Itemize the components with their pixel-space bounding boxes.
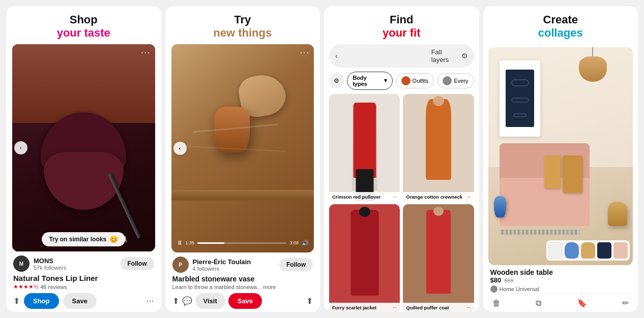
shop-button[interactable]: Shop [24, 293, 59, 309]
main-container: Shop your taste ‹ ··· Try on similar loo… [0, 0, 644, 318]
try-share-icon[interactable]: ⬆ [172, 296, 179, 306]
pin-1-dots[interactable]: ··· [393, 194, 397, 200]
shop-more-button[interactable]: ··· [146, 296, 154, 306]
try-main-image: ‹ ··· ⏸ 1:35 3:08 🔊 [171, 44, 314, 252]
price-current: $80 [490, 276, 502, 284]
delete-icon[interactable]: 🗑 [490, 297, 503, 310]
try-title-black: Try [171, 13, 314, 26]
current-time: 1:35 [186, 240, 195, 245]
visit-button[interactable]: Visit [195, 293, 225, 309]
pin-3-dots[interactable]: ··· [393, 305, 397, 310]
shop-pin-title: Natural Tones Lip Liner [13, 274, 154, 282]
pin-2-dots[interactable]: ··· [466, 194, 471, 200]
try-title-color: new things [171, 26, 314, 40]
play-controls-row: ⏸ 1:35 3:08 🔊 [177, 239, 309, 246]
find-search-bar[interactable]: ‹ Fall layers ⚙ [329, 44, 474, 68]
try-user-info: P Pierre-Éric Toulain 4 followers [172, 257, 251, 273]
try-user-name: Pierre-Éric Toulain [193, 258, 251, 266]
product-title: Wooden side table [490, 268, 631, 276]
try-on-label: Try on similar looks [49, 236, 106, 243]
side-table [608, 202, 627, 226]
create-title-black: Create [489, 13, 632, 26]
volume-icon[interactable]: 🔊 [302, 240, 309, 246]
search-fall-layers: Fall layers [431, 48, 457, 63]
shop-action-row: ⬆ Shop Save ··· [13, 293, 154, 309]
shop-user-followers: 57k followers [34, 265, 66, 271]
bookmark-icon[interactable]: 🔖 [575, 296, 589, 310]
filter-sliders-icon[interactable]: ⚙ [329, 73, 344, 88]
panel-find-header: Find your fit [324, 6, 479, 44]
pin-card-1: Crimson red pullover ··· [329, 94, 400, 202]
lip-photo [12, 44, 155, 251]
try-card-bottom: P Pierre-Éric Toulain 4 followers Follow… [165, 252, 320, 312]
shop-stars: ★★★★½ [13, 283, 38, 290]
video-controls: ⏸ 1:35 3:08 🔊 [171, 239, 314, 248]
body-types-chip[interactable]: Body types ▾ [347, 72, 392, 90]
progress-bar[interactable] [197, 242, 286, 244]
find-title-color: your fit [330, 26, 473, 40]
create-action-row: 🗑 ⧉ 🔖 ✏ [488, 294, 633, 310]
outfits-label: Outfits [413, 78, 429, 84]
try-on-icon: 😊 [109, 235, 118, 243]
pin-card-4: Quilted puffer coat ··· [403, 204, 474, 312]
every-chip[interactable]: Every [437, 73, 474, 88]
blue-vase [494, 196, 506, 217]
panel-shop: Shop your taste ‹ ··· Try on similar loo… [6, 6, 161, 312]
pin-4-label: Quilted puffer coat [406, 305, 449, 310]
search-back-icon[interactable]: ‹ [335, 52, 338, 60]
every-label: Every [454, 78, 468, 84]
shop-avatar: M [13, 256, 30, 272]
try-prev-arrow[interactable]: ‹ [173, 142, 187, 155]
shop-main-image: ‹ ··· Try on similar looks 😊 [12, 44, 155, 251]
try-user-followers: 4 followers [193, 266, 251, 272]
pin-4-dots[interactable]: ··· [466, 305, 471, 310]
panel-shop-header: Shop your taste [6, 6, 161, 44]
edit-icon[interactable]: ✏ [620, 296, 631, 310]
try-pin-title: Marbled stoneware vase [172, 275, 313, 283]
prev-arrow[interactable]: ‹ [14, 141, 27, 154]
shop-user-details: MONS 57k followers [34, 257, 66, 271]
pin-card-3: Furry scarlet jacket ··· [329, 204, 400, 312]
panel-try: Try new things ‹ ··· ⏸ 1:35 [165, 6, 320, 312]
shop-user-name: MONS [34, 257, 66, 265]
panel-find: Find your fit ‹ Fall layers ⚙ ⚙ Body typ… [324, 6, 479, 312]
room-scene [488, 47, 633, 265]
panel-create-header: Create collages [483, 6, 638, 44]
pause-icon[interactable]: ⏸ [177, 239, 183, 246]
find-title-black: Find [330, 13, 473, 26]
seller-avatar [490, 285, 497, 293]
copy-icon[interactable]: ⧉ [534, 297, 543, 310]
try-user-details: Pierre-Éric Toulain 4 followers [193, 258, 251, 272]
filter-chips-row: ⚙ Body types ▾ Outfits Every [329, 72, 474, 90]
try-action-row: ⬆ 💬 Visit Save ⬆ [172, 293, 313, 309]
try-dots-menu[interactable]: ··· [300, 48, 310, 57]
shop-stars-row: ★★★★½ 46 reviews [13, 283, 154, 290]
shop-follow-button[interactable]: Follow [121, 257, 154, 270]
create-content: Wooden side table $80 $88 Home Universal… [483, 44, 638, 312]
rug [500, 230, 579, 235]
chevron-down-icon: ▾ [384, 77, 387, 84]
try-pin-desc: Learn to throw a marbled stonewa... more [172, 284, 313, 290]
find-pin-grid: Crimson red pullover ··· Orange cotton c… [329, 94, 474, 312]
find-content: ‹ Fall layers ⚙ ⚙ Body types ▾ Outfits E… [324, 44, 479, 312]
try-save-button[interactable]: Save [228, 293, 262, 309]
comment-icon[interactable]: 💬 [182, 296, 192, 306]
create-product-info: Wooden side table $80 $88 Home Universal [488, 265, 633, 294]
try-on-badge[interactable]: Try on similar looks 😊 [42, 232, 125, 246]
search-input[interactable] [342, 52, 427, 59]
pin-2-label: Orange cotton crewneck [406, 194, 462, 200]
try-follow-button[interactable]: Follow [279, 258, 313, 271]
try-user-row: P Pierre-Éric Toulain 4 followers Follow [172, 257, 313, 273]
share-icon[interactable]: ⬆ [13, 296, 20, 306]
pin-3-label: Furry scarlet jacket [332, 305, 376, 310]
shop-save-button[interactable]: Save [63, 293, 97, 309]
try-upload-icon[interactable]: ⬆ [306, 296, 313, 306]
search-filter-icon[interactable]: ⚙ [461, 52, 468, 60]
outfits-chip[interactable]: Outfits [396, 73, 434, 88]
shop-user-info: M MONS 57k followers [13, 256, 66, 272]
panel-create: Create collages [483, 6, 638, 312]
collage-main [488, 47, 633, 265]
image-dots-menu[interactable]: ··· [141, 48, 151, 57]
shop-card-bottom: M MONS 57k followers Follow Natural Tone… [6, 251, 161, 312]
try-avatar: P [172, 257, 189, 273]
